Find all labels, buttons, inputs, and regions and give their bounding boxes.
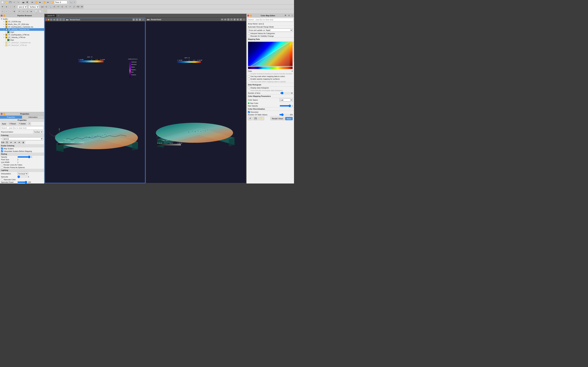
layout-tab-1[interactable]: Layout #1 — [45, 14, 56, 17]
pipeline-item-cf-noise-utm[interactable]: • ▣ CF_Noise1p7_UTM.vts — [0, 44, 44, 47]
nav-icon[interactable]: ⊕ — [5, 5, 8, 9]
grad-tool-2[interactable]: + — [293, 45, 294, 47]
cme-import-icon[interactable]: ⤵ — [291, 15, 293, 17]
num-bins-slider[interactable] — [280, 92, 290, 94]
loop-icon[interactable]: 🔁 — [50, 0, 54, 4]
camera-icon[interactable]: 📷 — [21, 0, 25, 4]
cme-search-input[interactable] — [247, 18, 293, 21]
tab-properties[interactable]: Properties — [0, 116, 22, 119]
cme-close-btn[interactable] — [247, 15, 249, 17]
opacity-slider[interactable] — [17, 156, 31, 158]
rv1-zoom[interactable]: + — [59, 18, 62, 21]
rv2-reset[interactable]: ⊡ — [227, 18, 230, 21]
pipeline-item-builtin[interactable]: 👁 builtin: — [0, 18, 44, 20]
pipeline-item-cf-eq-cart[interactable]: • ▣ CF_Earthquakes_Cartesian.vtu — [0, 25, 44, 28]
representation-select[interactable]: Surface — [33, 130, 43, 133]
surface-dropdown[interactable]: Surface — [28, 5, 39, 8]
reset-button[interactable]: ⊘ Reset — [8, 122, 17, 125]
rv1-reset[interactable]: ⊡ — [56, 18, 59, 21]
pipeline-item-cf-eq-utm[interactable]: • ▣ CF_Earthquakes_UTM.vtu — [0, 33, 44, 36]
render-view-1[interactable]: 2D 3D ⊡ + ... ▶▶ RenderView1 ⊞ ⊟ ⊠ ⤢ — [45, 18, 145, 183]
enable-opacity-mapping-checkbox[interactable] — [248, 78, 250, 80]
redo-icon[interactable]: ↪ — [17, 0, 20, 4]
zoom-plus-icon[interactable]: + — [73, 0, 76, 4]
rv2-split-h[interactable]: ⊟ — [236, 18, 239, 21]
pipeline-item-clip2[interactable]: • ▣ Clip2 — [0, 31, 44, 33]
props-close-btn[interactable] — [1, 113, 3, 115]
specular-slider[interactable] — [17, 176, 27, 178]
pipeline-minimize-btn[interactable] — [3, 15, 5, 17]
cme-gear-icon[interactable]: ⚙ — [284, 14, 287, 17]
pipeline-item-cf-costa[interactable]: • ▣ CF_COSTA.shp — [0, 20, 44, 23]
tab-information[interactable]: Information — [22, 116, 44, 119]
x-plus-icon[interactable]: +X — [52, 5, 56, 9]
grad-tool-5[interactable]: ≡ — [293, 53, 294, 56]
pipeline-item-cf-vel-utm[interactable]: • ▣ CF_Velocity_UTM.vts — [0, 36, 44, 39]
apply-button[interactable]: Apply — [1, 122, 8, 125]
delete-button[interactable]: ✕ Delete — [17, 122, 27, 125]
rv1-content[interactable]: Y X vpvs {} 1.1e+0 — [45, 21, 145, 183]
zoom-data-icon[interactable]: 🔍 — [48, 5, 52, 9]
chart-bar-icon[interactable]: 📊 — [35, 10, 38, 13]
edit-colormap-btn[interactable]: Edit — [1, 141, 5, 144]
z-plus-icon[interactable]: +Z — [60, 5, 64, 9]
fast-fwd-icon[interactable]: ⏭ — [46, 0, 50, 4]
undo-icon[interactable]: ↩ — [12, 0, 16, 4]
enable-freehand-checkbox[interactable] — [248, 73, 250, 75]
interpret-categories-checkbox[interactable] — [248, 33, 250, 34]
xyz-icon[interactable]: xyz — [41, 5, 44, 9]
colormap-rescale3-btn[interactable]: ⇄ — [17, 141, 21, 144]
x-minus-icon[interactable]: -X — [64, 5, 68, 9]
cme-refresh-btn[interactable]: ↺ — [248, 117, 252, 120]
use-log-opacity-checkbox[interactable] — [248, 81, 250, 83]
reset-cam-icon[interactable]: ⊡ — [44, 5, 48, 9]
props-search-input[interactable] — [0, 126, 44, 130]
auto-recompute-checkbox[interactable] — [248, 90, 250, 92]
chart-line-icon[interactable]: 📈 — [38, 10, 42, 13]
nan-opacity-slider[interactable] — [280, 105, 291, 107]
colormap-delete-btn[interactable]: 🗑 — [21, 141, 25, 144]
play-icon[interactable]: ▶ — [38, 0, 42, 4]
interpolate-scalars-checkbox[interactable] — [1, 150, 3, 152]
cme-apply-btn[interactable]: Apply — [285, 117, 293, 120]
grad-tool-4[interactable]: ⊡ — [293, 50, 294, 53]
arrow-icon[interactable]: ↑ — [9, 10, 12, 13]
interpolation-select[interactable]: Gouraud — [17, 172, 28, 175]
grid-icon[interactable]: ⊞ — [12, 10, 16, 13]
step-back-icon[interactable]: ⏪ — [35, 0, 38, 4]
vis-icon[interactable]: 👁 — [1, 5, 4, 9]
rv2-2d[interactable]: 2D — [221, 18, 224, 21]
render-points-spheres-checkbox[interactable] — [1, 167, 3, 168]
rot-n90-icon[interactable]: -90 — [80, 5, 84, 9]
rv1-maximize[interactable]: ⤢ — [142, 18, 144, 21]
grad-tool-7[interactable]: ⊕ — [293, 59, 294, 62]
use-log-scale-color-checkbox[interactable] — [248, 75, 250, 77]
auto-rescale-select[interactable]: Grow and update on 'Apply' — [248, 28, 293, 32]
grad-tool-1[interactable]: ↺ — [293, 42, 294, 44]
grad-tool-6[interactable]: ✎ — [293, 56, 294, 59]
clip-icon[interactable]: ✂ — [17, 10, 21, 13]
rotate-icon[interactable]: ↺ — [12, 5, 16, 9]
ruler-icon[interactable]: 📏 — [43, 10, 47, 13]
colormap-save-btn[interactable]: 💾 — [5, 141, 9, 144]
rv1-split-v[interactable]: ⊠ — [139, 18, 141, 21]
select-icon[interactable]: ↔ — [9, 5, 12, 9]
map-scalars-checkbox[interactable] — [1, 148, 3, 150]
screenshot-icon[interactable]: 🖼 — [26, 0, 29, 4]
rv1-minimize[interactable] — [48, 19, 49, 20]
num-table-values-slider[interactable] — [279, 114, 289, 116]
grad-tool-3[interactable]: − — [293, 48, 294, 50]
rv2-zoom[interactable]: + — [230, 18, 233, 21]
rv1-more[interactable]: ... — [62, 18, 65, 21]
colormap-gradient-display[interactable] — [248, 42, 293, 66]
z-minus-icon[interactable]: -Z — [72, 5, 76, 9]
specular-color-radio[interactable] — [1, 178, 3, 181]
rv2-content[interactable]: Y vpvs {} 1.1e+00 2 2.5 3.1e+00 — [146, 21, 246, 183]
render-view-2[interactable]: ▶▶ RenderView2 2D 3D ⊡ + ⊞ ⊟ ⊠ ⤢ — [146, 18, 246, 183]
layout-tab-add[interactable]: + — [57, 14, 60, 17]
rv1-close[interactable] — [46, 19, 47, 20]
open-icon[interactable]: 📂 — [5, 0, 8, 4]
discretize-checkbox[interactable] — [248, 111, 250, 113]
props-minimize-btn[interactable] — [3, 113, 5, 115]
help-button[interactable]: ? — [27, 122, 31, 125]
